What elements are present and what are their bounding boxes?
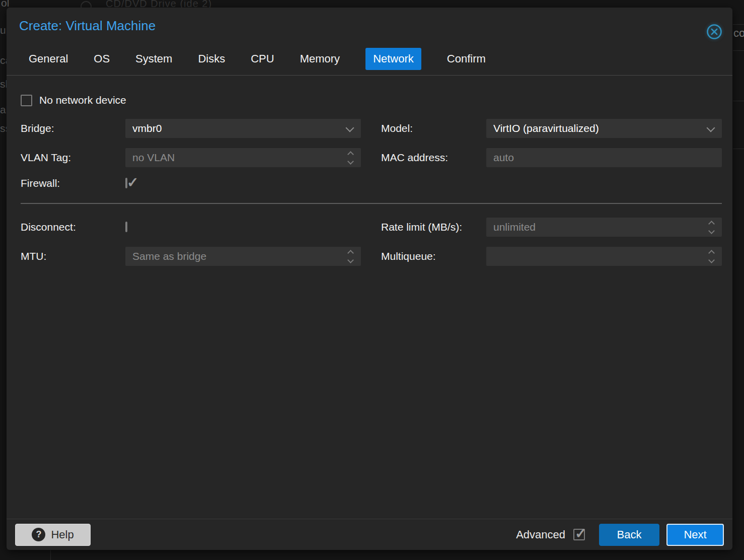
help-button-label: Help [51,528,73,541]
tab-cpu[interactable]: CPU [251,48,274,70]
tab-os[interactable]: OS [94,48,110,70]
number-spinner-icon[interactable] [709,218,714,237]
background-table-line [733,149,744,149]
model-input[interactable] [493,122,702,134]
next-button[interactable]: Next [666,524,724,546]
no-network-device-label: No network device [39,94,126,106]
firewall-checkbox[interactable] [125,178,127,188]
advanced-label: Advanced [516,528,565,541]
mtu-spinner[interactable] [125,247,361,266]
network-tab-panel: No network device Bridge: Model: VLAN Ta… [7,75,732,266]
multiqueue-label: Multiqueue: [381,250,486,262]
background-table-line [733,24,744,25]
mtu-label: MTU: [21,250,125,262]
background-text-fragment: co [733,27,744,40]
number-spinner-icon[interactable] [348,148,353,167]
tab-disks[interactable]: Disks [198,48,225,70]
help-button[interactable]: ? Help [15,524,91,546]
number-spinner-icon[interactable] [709,247,714,266]
background-divider-line [50,550,51,560]
bridge-input[interactable] [132,122,341,134]
chevron-down-icon[interactable] [346,124,354,132]
model-label: Model: [381,122,486,134]
firewall-label: Firewall: [21,177,125,189]
advanced-checkbox[interactable] [573,529,585,540]
close-icon[interactable] [705,23,723,41]
chevron-down-icon[interactable] [707,124,715,132]
rate-limit-input[interactable] [493,221,702,233]
tab-network[interactable]: Network [365,48,421,70]
rate-limit-label: Rate limit (MB/s): [381,221,486,233]
disconnect-checkbox[interactable] [125,222,127,232]
vlan-tag-spinner[interactable] [125,148,361,167]
no-network-device-checkbox[interactable] [21,95,32,106]
tab-confirm[interactable]: Confirm [447,48,486,70]
mac-address-label: MAC address: [381,152,486,164]
back-button[interactable]: Back [599,524,659,546]
dialog-footer: ? Help Advanced Back Next [7,519,732,550]
bridge-label: Bridge: [21,122,125,134]
tab-general[interactable]: General [29,48,68,70]
tab-memory[interactable]: Memory [300,48,340,70]
question-mark-icon: ? [32,528,45,541]
number-spinner-icon[interactable] [348,247,353,266]
wizard-tab-bar: General OS System Disks CPU Memory Netwo… [7,47,732,71]
disconnect-label: Disconnect: [21,221,125,233]
background-table-line [733,50,744,51]
background-table-line [733,101,744,101]
rate-limit-spinner[interactable] [486,218,722,237]
vlan-tag-input[interactable] [132,152,341,164]
tab-system[interactable]: System [135,48,172,70]
vlan-tag-label: VLAN Tag: [21,152,125,164]
bridge-combobox[interactable] [125,119,361,138]
mac-address-field[interactable] [486,148,722,167]
mac-address-input[interactable] [493,152,715,164]
multiqueue-spinner[interactable] [486,247,722,266]
advanced-section-divider [21,203,722,204]
mtu-input[interactable] [132,250,341,262]
dialog-header: Create: Virtual Machine [7,8,732,34]
dialog-title: Create: Virtual Machine [19,18,156,33]
model-combobox[interactable] [486,119,722,138]
multiqueue-input[interactable] [493,250,702,262]
create-vm-dialog: Create: Virtual Machine General OS Syste… [7,8,732,550]
